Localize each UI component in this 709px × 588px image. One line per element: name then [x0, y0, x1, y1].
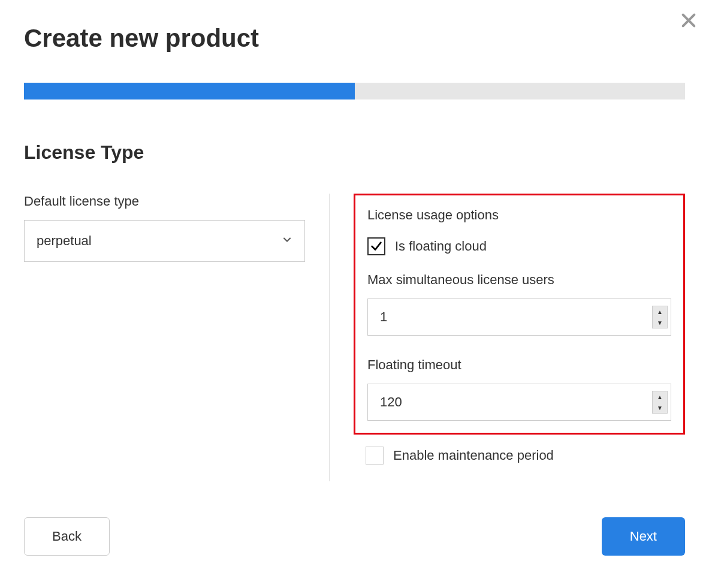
floating-timeout-field-wrap: ▲ ▼: [367, 384, 671, 421]
create-product-modal: Create new product License Type Default …: [0, 0, 709, 580]
checkmark-icon: [370, 240, 383, 253]
close-icon: [680, 12, 697, 29]
is-floating-cloud-checkbox[interactable]: [367, 237, 385, 255]
default-license-type-label: Default license type: [24, 194, 305, 209]
default-license-type-select[interactable]: [24, 220, 305, 262]
modal-title: Create new product: [24, 24, 685, 53]
license-usage-options-box: License usage options Is floating cloud …: [354, 194, 685, 435]
max-users-label: Max simultaneous license users: [367, 272, 671, 288]
stepper-up-icon: ▲: [653, 391, 667, 402]
floating-timeout-input[interactable]: [367, 384, 671, 421]
enable-maintenance-checkbox[interactable]: [366, 447, 384, 465]
next-button[interactable]: Next: [602, 517, 685, 556]
floating-timeout-group: Floating timeout ▲ ▼: [367, 357, 671, 421]
enable-maintenance-row: Enable maintenance period: [366, 447, 685, 465]
back-button[interactable]: Back: [24, 517, 110, 556]
progress-bar: [24, 83, 685, 99]
stepper-down-icon: ▼: [653, 317, 667, 328]
floating-timeout-label: Floating timeout: [367, 357, 671, 373]
is-floating-cloud-row: Is floating cloud: [367, 237, 671, 255]
left-column: Default license type: [24, 194, 330, 481]
max-users-field-wrap: ▲ ▼: [367, 298, 671, 336]
enable-maintenance-label: Enable maintenance period: [393, 448, 554, 463]
form-columns: Default license type License usage optio…: [24, 194, 685, 481]
progress-fill: [24, 83, 355, 99]
max-users-stepper[interactable]: ▲ ▼: [652, 306, 668, 328]
floating-timeout-stepper[interactable]: ▲ ▼: [652, 391, 668, 414]
max-users-group: Max simultaneous license users ▲ ▼: [367, 272, 671, 336]
license-usage-options-label: License usage options: [367, 207, 671, 223]
stepper-down-icon: ▼: [653, 402, 667, 413]
stepper-up-icon: ▲: [653, 306, 667, 317]
is-floating-cloud-label: Is floating cloud: [395, 239, 487, 254]
section-title: License Type: [24, 141, 685, 164]
right-column: License usage options Is floating cloud …: [354, 194, 685, 481]
default-license-type-select-wrapper: [24, 220, 305, 262]
close-button[interactable]: [680, 12, 697, 31]
modal-footer: Back Next: [24, 517, 685, 556]
max-users-input[interactable]: [367, 298, 671, 336]
